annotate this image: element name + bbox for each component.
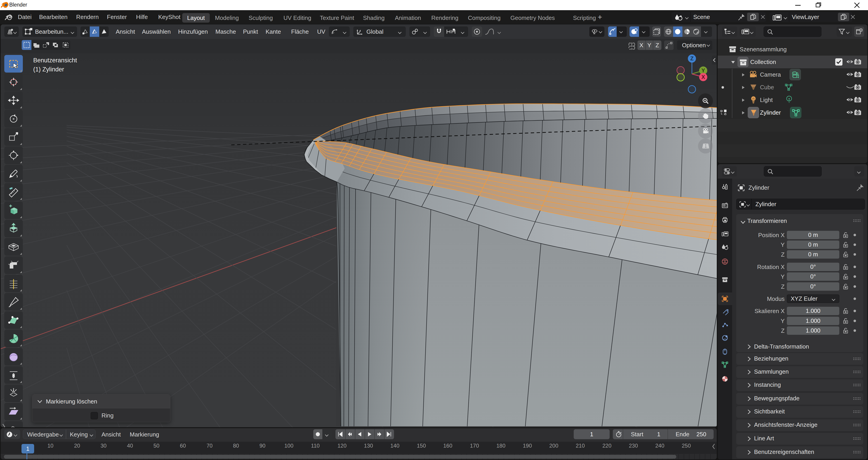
svg-text:X: X xyxy=(702,74,705,80)
svg-text:Y: Y xyxy=(702,67,705,73)
svg-text:Z: Z xyxy=(690,55,694,61)
